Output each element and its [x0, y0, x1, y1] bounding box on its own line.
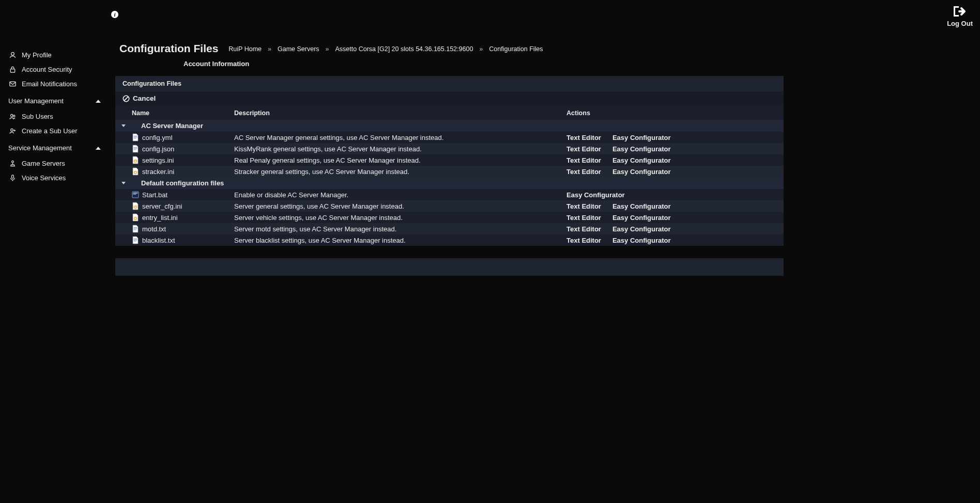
svg-rect-11 — [134, 137, 137, 137]
file-row: entry_list.iniServer vehicle settings, u… — [115, 212, 784, 223]
text-editor-link[interactable]: Text Editor — [566, 237, 601, 244]
sidebar-item-account-security[interactable]: Account Security — [0, 62, 107, 76]
svg-rect-18 — [132, 192, 139, 198]
file-row: server_cfg.iniServer general settings, u… — [115, 200, 784, 212]
file-row: motd.txtServer motd settings, use AC Ser… — [115, 223, 784, 234]
users-icon — [8, 112, 17, 120]
file-description: Server blacklist settings, use AC Server… — [234, 237, 566, 244]
sidebar-item-label: Create a Sub User — [22, 127, 107, 135]
sidebar-item-sub-users[interactable]: Sub Users — [0, 109, 107, 123]
sidebar-group-service-management[interactable]: Service Management — [0, 140, 107, 156]
svg-rect-23 — [134, 227, 137, 228]
breadcrumb-separator: » — [267, 44, 272, 54]
user-add-icon — [8, 127, 17, 135]
table-header: Name Description Actions — [115, 106, 784, 120]
easy-configurator-link[interactable]: Easy Configurator — [612, 156, 671, 164]
file-row: Start.batEnable or disable AC Server Man… — [115, 189, 784, 200]
file-icon — [132, 213, 139, 222]
mail-icon — [8, 80, 17, 88]
file-description: Real Penaly general settings, use AC Ser… — [234, 156, 566, 164]
text-editor-link[interactable]: Text Editor — [566, 214, 601, 222]
breadcrumb-link[interactable]: Assetto Corsa [G2] 20 slots 54.36.165.15… — [330, 44, 479, 54]
svg-rect-15 — [134, 149, 136, 150]
svg-rect-20 — [133, 194, 136, 195]
file-group-ac-server-manager[interactable]: AC Server Manager — [115, 120, 784, 132]
file-description: Server general settings, use AC Server M… — [234, 202, 566, 210]
svg-line-9 — [124, 97, 128, 100]
text-editor-link[interactable]: Text Editor — [566, 145, 601, 153]
sidebar-item-label: Sub Users — [22, 113, 107, 120]
breadcrumb-current: Configuration Files — [484, 44, 548, 54]
file-name[interactable]: config.yml — [142, 134, 173, 142]
sidebar-item-create-a-sub-user[interactable]: Create a Sub User — [0, 123, 107, 138]
info-icon[interactable]: i — [111, 11, 118, 18]
file-description: Stracker general settings, use AC Server… — [234, 168, 566, 176]
easy-configurator-link[interactable]: Easy Configurator — [612, 214, 671, 222]
easy-configurator-link[interactable]: Easy Configurator — [612, 202, 671, 210]
svg-rect-27 — [134, 240, 137, 240]
file-icon — [132, 225, 139, 233]
svg-rect-28 — [134, 241, 136, 241]
file-row: blacklist.txtServer blacklist settings, … — [115, 234, 784, 246]
text-editor-link[interactable]: Text Editor — [566, 225, 601, 233]
file-row: config.ymlAC Server Manager general sett… — [115, 132, 784, 143]
joystick-icon — [8, 159, 17, 167]
svg-rect-26 — [134, 239, 137, 239]
user-icon — [8, 51, 17, 59]
file-name[interactable]: entry_list.ini — [142, 214, 178, 222]
text-editor-link[interactable]: Text Editor — [566, 134, 601, 142]
chevron-down-icon — [121, 124, 126, 127]
svg-rect-19 — [133, 193, 138, 193]
column-actions: Actions — [566, 109, 784, 117]
svg-point-4 — [13, 115, 14, 116]
file-row: settings.iniReal Penaly general settings… — [115, 154, 784, 166]
file-name[interactable]: blacklist.txt — [142, 237, 175, 244]
text-editor-link[interactable]: Text Editor — [566, 202, 601, 210]
sidebar-item-game-servers[interactable]: Game Servers — [0, 156, 107, 170]
breadcrumb-link[interactable]: RuiP Home — [223, 44, 267, 54]
file-name[interactable]: stracker.ini — [142, 168, 174, 176]
file-name[interactable]: Start.bat — [142, 191, 167, 199]
cancel-icon — [122, 95, 130, 102]
chevron-down-icon — [121, 182, 126, 184]
column-name: Name — [132, 109, 234, 117]
svg-rect-1 — [10, 69, 14, 72]
text-editor-link[interactable]: Text Editor — [566, 168, 601, 176]
easy-configurator-link[interactable]: Easy Configurator — [612, 134, 671, 142]
file-name[interactable]: settings.ini — [142, 156, 174, 164]
file-name[interactable]: server_cfg.ini — [142, 202, 182, 210]
page-header: Configuration Files RuiP Home»Game Serve… — [115, 39, 784, 58]
file-group-default-configuration-files[interactable]: Default configuration files — [115, 177, 784, 189]
sidebar-group-user-management[interactable]: User Management — [0, 93, 107, 109]
file-name[interactable]: motd.txt — [142, 225, 166, 233]
sidebar-item-my-profile[interactable]: My Profile — [0, 48, 107, 62]
svg-rect-10 — [134, 136, 137, 136]
easy-configurator-link[interactable]: Easy Configurator — [612, 168, 671, 176]
cancel-button[interactable]: Cancel — [115, 91, 784, 106]
file-icon — [132, 236, 139, 244]
breadcrumb-link[interactable]: Game Servers — [272, 44, 325, 54]
easy-configurator-link[interactable]: Easy Configurator — [612, 225, 671, 233]
sidebar-item-label: Game Servers — [22, 160, 107, 167]
file-name[interactable]: config.json — [142, 145, 174, 153]
panel-footer — [115, 258, 784, 276]
easy-configurator-link[interactable]: Easy Configurator — [612, 145, 671, 153]
file-row: config.jsonKissMyRank general settings, … — [115, 143, 784, 154]
sidebar-item-label: Voice Services — [22, 174, 107, 182]
file-group-label: AC Server Manager — [134, 122, 203, 130]
sidebar-item-label: Email Notifications — [22, 80, 107, 88]
sidebar-item-label: My Profile — [22, 51, 107, 59]
sidebar-group-label: Service Management — [8, 144, 96, 152]
easy-configurator-link[interactable]: Easy Configurator — [612, 237, 671, 244]
sidebar-item-voice-services[interactable]: Voice Services — [0, 170, 107, 185]
easy-configurator-link[interactable]: Easy Configurator — [566, 191, 625, 199]
sidebar-item-email-notifications[interactable]: Email Notifications — [0, 76, 107, 91]
svg-rect-25 — [134, 229, 136, 230]
topbar: i Log Out — [0, 0, 980, 36]
breadcrumb-separator: » — [325, 44, 330, 54]
svg-rect-14 — [134, 148, 137, 149]
logout-button[interactable]: Log Out — [947, 5, 973, 27]
account-information-link[interactable]: Account Information — [115, 58, 784, 75]
file-icon — [132, 167, 139, 176]
text-editor-link[interactable]: Text Editor — [566, 156, 601, 164]
